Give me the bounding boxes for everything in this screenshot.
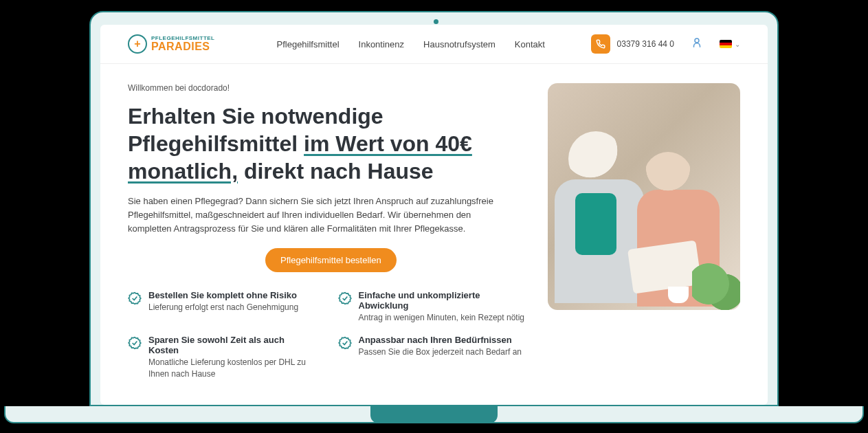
- cup-illustration: [668, 287, 689, 303]
- feature-item: Bestellen Sie komplett ohne Risiko Liefe…: [128, 290, 318, 324]
- check-badge-icon: [128, 291, 142, 305]
- tablet-illustration: [627, 240, 702, 293]
- feature-desc: Passen Sie die Box jederzeit nach Bedarf…: [359, 346, 522, 358]
- nav-hausnotrufsystem[interactable]: Hausnotrufsystem: [423, 39, 496, 49]
- feature-item: Einfache und unkomplizierte Abwicklung A…: [338, 290, 528, 324]
- welcome-text: Willkommen bei docdorado!: [128, 83, 527, 93]
- nav-pflegehilfsmittel[interactable]: Pflegehilfsmittel: [277, 39, 340, 49]
- feature-item: Anpassbar nach Ihren Bedürfnissen Passen…: [338, 335, 528, 380]
- cta-button[interactable]: Pflegehilfsmittel bestellen: [265, 248, 397, 272]
- user-icon[interactable]: [691, 36, 703, 52]
- plus-icon: +: [134, 38, 140, 49]
- flag-de-icon: [720, 40, 732, 48]
- feature-title: Einfache und unkomplizierte Abwicklung: [359, 290, 528, 311]
- laptop-camera-dot: [434, 19, 438, 24]
- check-badge-icon: [128, 336, 142, 350]
- feature-title: Anpassbar nach Ihren Bedürfnissen: [359, 335, 522, 345]
- nav-kontakt[interactable]: Kontakt: [515, 39, 545, 49]
- check-badge-icon: [338, 291, 352, 305]
- logo-big-text: PARADIES: [151, 41, 215, 52]
- main-content: Willkommen bei docdorado! Erhalten Sie n…: [100, 64, 768, 380]
- phone-icon: [591, 34, 610, 54]
- features-grid: Bestellen Sie komplett ohne Risiko Liefe…: [128, 290, 527, 379]
- language-selector[interactable]: ⌄: [720, 40, 740, 48]
- feature-item: Sparen Sie sowohl Zeit als auch Kosten M…: [128, 335, 318, 380]
- feature-desc: Antrag in wenigen Minuten, kein Rezept n…: [359, 312, 528, 324]
- feature-desc: Monatliche Lieferung kostenlos per DHL z…: [148, 357, 318, 380]
- hero-title: Erhalten Sie notwendige Pflegehilfsmitte…: [128, 102, 527, 185]
- laptop-frame: + PFLEGEHILFSMITTEL PARADIES Pflegehilfs…: [89, 11, 779, 406]
- phone-link[interactable]: 03379 316 44 0: [591, 34, 674, 54]
- chevron-down-icon: ⌄: [735, 41, 740, 48]
- hero-image: [548, 83, 740, 310]
- phone-number: 03379 316 44 0: [617, 39, 674, 49]
- check-badge-icon: [338, 336, 352, 350]
- feature-title: Bestellen Sie komplett ohne Risiko: [148, 290, 298, 300]
- feature-title: Sparen Sie sowohl Zeit als auch Kosten: [148, 335, 318, 355]
- svg-point-0: [695, 38, 699, 43]
- nav-inkontinenz[interactable]: Inkontinenz: [359, 39, 405, 49]
- laptop-notch: [370, 406, 498, 423]
- logo-icon: +: [128, 34, 147, 54]
- person-illustration: [555, 179, 644, 303]
- plant-illustration: [692, 262, 740, 310]
- hero-content: Willkommen bei docdorado! Erhalten Sie n…: [128, 83, 527, 380]
- screen: + PFLEGEHILFSMITTEL PARADIES Pflegehilfs…: [100, 25, 768, 405]
- header-right: 03379 316 44 0 ⌄: [591, 34, 740, 54]
- main-nav: Pflegehilfsmittel Inkontinenz Hausnotruf…: [277, 39, 545, 49]
- logo[interactable]: + PFLEGEHILFSMITTEL PARADIES: [128, 34, 215, 54]
- hero-description: Sie haben einen Pflegegrad? Dann sichern…: [128, 195, 513, 236]
- header: + PFLEGEHILFSMITTEL PARADIES Pflegehilfs…: [100, 25, 768, 64]
- feature-desc: Lieferung erfolgt erst nach Genehmigung: [148, 302, 298, 313]
